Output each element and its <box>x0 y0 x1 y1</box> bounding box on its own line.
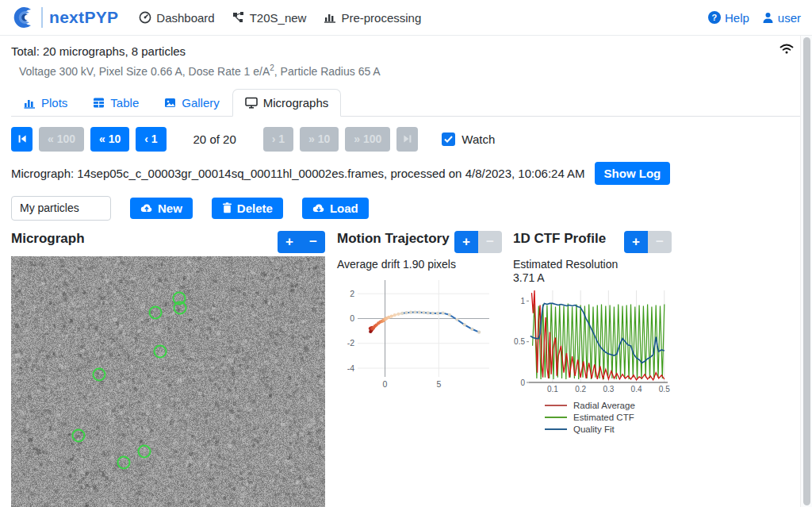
micrograph-panel-title: Micrograph <box>11 231 85 247</box>
svg-text:1: 1 <box>520 297 525 305</box>
streaming-status-icon <box>779 42 795 55</box>
micrograph-info: Micrograph: 14sep05c_c_00003gr_00014sq_0… <box>11 167 585 180</box>
svg-text:0.1: 0.1 <box>547 385 558 394</box>
user-menu[interactable]: user <box>762 11 801 25</box>
new-particles-button[interactable]: New <box>130 198 193 219</box>
ctf-panel-title: 1D CTF Profile <box>513 231 606 247</box>
estimated-resolution-value: 3.71 A <box>513 271 672 284</box>
svg-text:2: 2 <box>350 288 354 298</box>
micrograph-panel: Micrograph + − <box>11 231 325 507</box>
delete-label: Delete <box>237 202 273 215</box>
navbar: nextPYP Dashboard T20S_new <box>0 0 812 36</box>
motion-zoom-out-button[interactable]: − <box>478 231 502 253</box>
tab-label: Gallery <box>182 96 220 109</box>
svg-text:0: 0 <box>520 378 525 386</box>
total-summary: Total: 20 micrographs, 8 particles <box>11 44 801 58</box>
view-tabs: Plots Table Gallery <box>11 89 801 117</box>
legend-label: Quality Fit <box>573 424 615 434</box>
nav-item-project[interactable]: T20S_new <box>232 11 307 25</box>
help-label: Help <box>725 11 749 25</box>
trash-icon <box>222 202 232 213</box>
nav-item-preprocessing[interactable]: Pre-processing <box>324 11 421 25</box>
tab-plots[interactable]: Plots <box>11 89 80 117</box>
brand-divider <box>41 7 43 28</box>
svg-text:0.2: 0.2 <box>575 385 586 394</box>
help-link[interactable]: Help <box>708 11 749 25</box>
gallery-icon <box>164 97 176 109</box>
watch-checkbox[interactable] <box>442 133 455 146</box>
tab-label: Table <box>110 96 139 109</box>
ctf-zoom-out-button[interactable]: − <box>648 231 672 253</box>
forward-1-button[interactable]: › 1 <box>263 127 293 152</box>
legend-label: Estimated CTF <box>573 413 634 422</box>
ctf-zoom-in-button[interactable]: + <box>624 231 648 253</box>
nextpyp-logo-icon <box>11 6 35 29</box>
svg-text:5: 5 <box>436 379 441 389</box>
estimated-resolution-label: Estimated Resolution <box>513 258 672 271</box>
micrograph-zoom-out-button[interactable]: − <box>301 231 325 253</box>
acquisition-params: Voltage 300 kV, Pixel Size 0.66 A, Dose … <box>19 63 801 78</box>
legend-item: Estimated CTF <box>545 413 672 422</box>
micrographs-icon <box>245 97 258 109</box>
tab-table[interactable]: Table <box>80 89 151 117</box>
project-diagram-icon <box>232 11 245 24</box>
legend-swatch <box>545 417 567 418</box>
user-label: user <box>778 11 801 25</box>
watch-label: Watch <box>462 133 495 146</box>
forward-100-button[interactable]: » 100 <box>345 127 390 152</box>
dashboard-icon <box>139 11 151 24</box>
first-page-button[interactable] <box>11 127 33 152</box>
load-particles-button[interactable]: Load <box>302 198 369 219</box>
micrograph-image[interactable] <box>11 256 325 507</box>
ctf-profile-panel: 1D CTF Profile + − Estimated Resolution … <box>513 231 672 436</box>
last-page-button[interactable] <box>396 127 418 152</box>
legend-label: Radial Average <box>573 401 635 410</box>
page-scrollbar <box>800 36 812 507</box>
svg-text:0.3: 0.3 <box>603 385 614 394</box>
motion-panel-title: Motion Trajectory <box>337 231 450 247</box>
check-icon <box>444 136 453 143</box>
user-icon <box>762 12 774 24</box>
tab-micrographs[interactable]: Micrographs <box>232 89 342 117</box>
table-icon <box>93 97 105 109</box>
back-10-button[interactable]: « 10 <box>90 127 129 152</box>
watch-toggle[interactable]: Watch <box>442 133 495 146</box>
particles-list-input[interactable] <box>11 196 111 221</box>
micrograph-zoom-in-button[interactable]: + <box>278 231 301 253</box>
tab-gallery[interactable]: Gallery <box>151 89 232 117</box>
tab-label: Micrographs <box>263 96 329 109</box>
plots-icon <box>24 97 36 109</box>
legend-swatch <box>545 428 567 430</box>
nav-item-label: Dashboard <box>156 11 214 25</box>
svg-text:-2: -2 <box>347 338 354 348</box>
legend-item: Quality Fit <box>545 424 672 434</box>
svg-text:-4: -4 <box>347 363 354 372</box>
average-drift-value: Average drift 1.90 pixels <box>337 258 502 271</box>
help-icon <box>708 11 721 24</box>
skip-last-icon <box>403 134 412 144</box>
forward-10-button[interactable]: » 10 <box>300 127 339 152</box>
motion-zoom-in-button[interactable]: + <box>454 231 478 253</box>
brand-link[interactable]: nextPYP <box>11 6 118 29</box>
back-1-button[interactable]: ‹ 1 <box>136 127 166 152</box>
motion-trajectory-panel: Motion Trajectory + − Average drift 1.90… <box>337 231 502 393</box>
cloud-download-icon <box>312 203 325 213</box>
page-position: 20 of 20 <box>190 133 239 146</box>
delete-particles-button[interactable]: Delete <box>212 198 283 219</box>
tab-label: Plots <box>41 96 67 109</box>
skip-first-icon <box>17 134 27 144</box>
scrollbar-thumb[interactable] <box>803 37 810 505</box>
ctf-profile-chart: 0.10.20.30.40.500.51 <box>513 287 672 396</box>
new-label: New <box>158 202 182 215</box>
brand-name: nextPYP <box>49 8 118 27</box>
cloud-upload-icon <box>140 203 153 213</box>
svg-text:0: 0 <box>383 379 388 389</box>
pager: « 100 « 10 ‹ 1 20 of 20 › 1 » 10 » 100 W… <box>11 127 801 152</box>
nav-item-dashboard[interactable]: Dashboard <box>139 11 214 25</box>
legend-swatch <box>545 405 567 406</box>
ctf-legend: Radial AverageEstimated CTFQuality Fit <box>513 401 672 434</box>
svg-text:0.4: 0.4 <box>631 385 642 394</box>
back-100-button[interactable]: « 100 <box>39 127 84 152</box>
show-log-button[interactable]: Show Log <box>595 162 671 185</box>
svg-text:0: 0 <box>350 313 354 323</box>
